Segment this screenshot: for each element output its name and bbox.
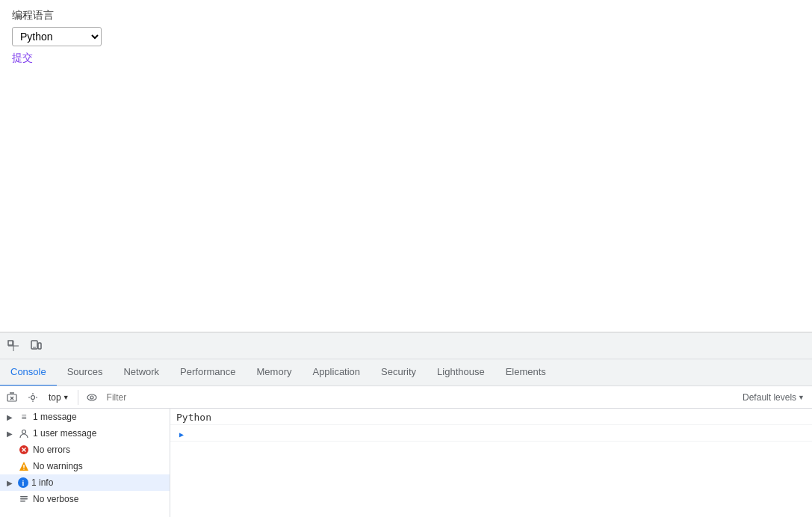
sidebar-item-errors[interactable]: ▶ No errors	[0, 442, 170, 458]
default-levels-arrow: ▼	[798, 394, 805, 401]
info-label: 1 info	[31, 477, 53, 488]
svg-point-15	[87, 394, 96, 400]
settings-button[interactable]	[24, 388, 42, 406]
filter-input[interactable]	[104, 389, 735, 406]
sidebar-item-verbose[interactable]: ▶ No verbose	[0, 491, 170, 507]
sidebar-item-warnings[interactable]: ▶ No warnings	[0, 458, 170, 474]
all-messages-label: 1 message	[33, 412, 77, 422]
sidebar-item-user-messages[interactable]: ▶ 1 user message	[0, 425, 170, 442]
warning-icon	[18, 460, 30, 472]
eye-button[interactable]	[83, 388, 101, 406]
svg-rect-23	[20, 496, 28, 498]
verbose-icon	[18, 493, 30, 505]
device-mode-button[interactable]	[25, 335, 46, 356]
tab-network[interactable]: Network	[113, 359, 170, 386]
context-dropdown-arrow: ▼	[63, 394, 69, 401]
errors-label: No errors	[33, 445, 70, 455]
inspect-element-button[interactable]	[3, 335, 24, 356]
lang-select[interactable]: Python JavaScript Java C++ C Ruby Go	[12, 27, 102, 46]
user-icon	[18, 427, 30, 439]
svg-rect-25	[20, 501, 25, 502]
expand-arrow[interactable]: ▶	[176, 429, 187, 439]
tab-security[interactable]: Security	[371, 359, 427, 386]
default-levels-button[interactable]: Default levels ▼	[738, 389, 809, 406]
tab-memory[interactable]: Memory	[247, 359, 303, 386]
clear-console-button[interactable]	[3, 388, 21, 406]
warnings-label: No warnings	[33, 461, 83, 471]
devtools-tabs: Console Sources Network Performance Memo…	[0, 359, 812, 386]
svg-point-10	[31, 395, 35, 399]
svg-rect-24	[20, 498, 28, 500]
sidebar-item-info[interactable]: ▶ i 1 info	[0, 474, 170, 491]
submit-link[interactable]: 提交	[12, 52, 33, 64]
svg-rect-0	[8, 341, 13, 345]
default-levels-label: Default levels	[743, 392, 796, 403]
console-entry-arrow[interactable]: ▶	[170, 425, 812, 442]
lang-label: 编程语言	[12, 9, 800, 22]
tab-sources[interactable]: Sources	[57, 359, 114, 386]
tab-application[interactable]: Application	[302, 359, 371, 386]
console-output: Python ▶	[170, 409, 812, 517]
error-icon	[18, 444, 30, 456]
page-content: 编程语言 Python JavaScript Java C++ C Ruby G…	[0, 0, 812, 332]
console-filter-bar: top ▼ Default levels ▼	[0, 386, 812, 409]
tab-elements[interactable]: Elements	[495, 359, 557, 386]
tab-console[interactable]: Console	[0, 359, 57, 386]
devtools-panel: Console Sources Network Performance Memo…	[0, 332, 812, 517]
svg-point-17	[22, 430, 26, 434]
filter-divider	[78, 390, 78, 405]
arrow-user-messages: ▶	[4, 428, 15, 439]
console-entry: Python	[170, 410, 812, 425]
message-icon: ≡	[18, 411, 30, 423]
sidebar-item-all-messages[interactable]: ▶ ≡ 1 message	[0, 409, 170, 425]
svg-point-22	[23, 468, 25, 470]
context-value: top	[49, 392, 61, 403]
user-messages-label: 1 user message	[33, 428, 96, 439]
console-entry-text: Python	[176, 412, 211, 423]
console-sidebar: ▶ ≡ 1 message ▶ 1 user message ▶	[0, 409, 170, 517]
info-icon: i	[18, 477, 28, 488]
arrow-info: ▶	[4, 477, 15, 488]
tab-lighthouse[interactable]: Lighthouse	[427, 359, 495, 386]
svg-rect-4	[38, 343, 41, 349]
devtools-toolbar	[0, 332, 812, 359]
svg-point-16	[90, 396, 93, 399]
arrow-all-messages: ▶	[4, 412, 15, 422]
verbose-label: No verbose	[33, 494, 78, 504]
tab-performance[interactable]: Performance	[170, 359, 246, 386]
devtools-body: ▶ ≡ 1 message ▶ 1 user message ▶	[0, 409, 812, 517]
context-selector[interactable]: top ▼	[45, 389, 73, 406]
